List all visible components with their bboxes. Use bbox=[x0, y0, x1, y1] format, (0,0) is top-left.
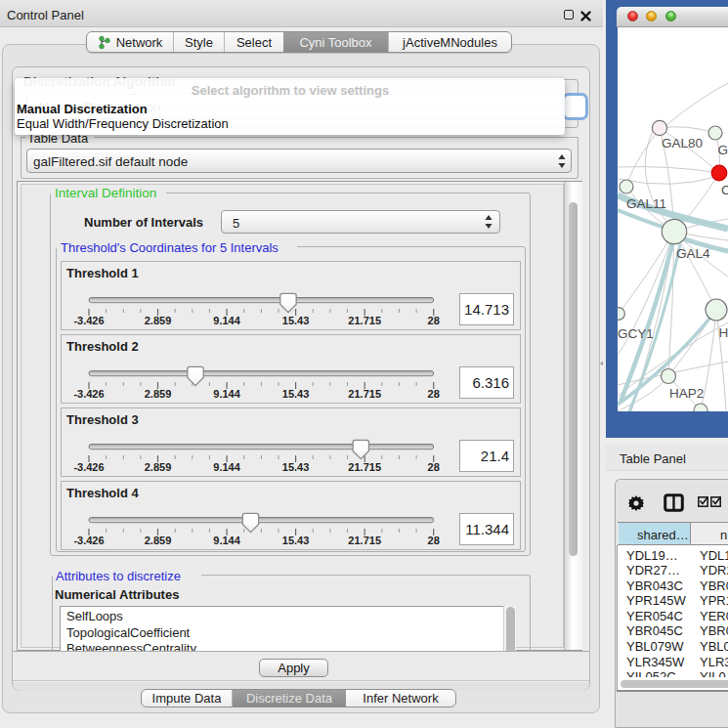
svg-text:GAL80: GAL80 bbox=[662, 136, 703, 150]
svg-text:28: 28 bbox=[428, 388, 440, 400]
svg-text:15.43: 15.43 bbox=[282, 388, 310, 400]
svg-text:CY: CY bbox=[721, 183, 728, 197]
svg-text:2.859: 2.859 bbox=[145, 315, 172, 326]
svg-text:HAP2: HAP2 bbox=[669, 386, 704, 401]
svg-text:2.859: 2.859 bbox=[145, 461, 172, 473]
svg-text:GAL4: GAL4 bbox=[676, 246, 710, 261]
svg-text:-3.426: -3.426 bbox=[73, 461, 104, 473]
svg-text:GA: GA bbox=[718, 143, 728, 157]
svg-text:15.43: 15.43 bbox=[282, 315, 310, 326]
svg-text:15.43: 15.43 bbox=[282, 535, 310, 546]
svg-text:-3.426: -3.426 bbox=[73, 315, 104, 326]
svg-text:-3.426: -3.426 bbox=[73, 388, 104, 400]
svg-text:15.43: 15.43 bbox=[282, 461, 310, 473]
svg-text:-3.426: -3.426 bbox=[73, 535, 104, 546]
svg-text:28: 28 bbox=[428, 315, 440, 326]
svg-text:21.715: 21.715 bbox=[348, 535, 381, 546]
svg-text:21.715: 21.715 bbox=[348, 315, 381, 326]
svg-text:9.144: 9.144 bbox=[213, 388, 240, 400]
svg-text:21.715: 21.715 bbox=[348, 388, 381, 400]
svg-text:2.859: 2.859 bbox=[145, 388, 172, 400]
svg-text:28: 28 bbox=[428, 535, 440, 546]
svg-text:21.715: 21.715 bbox=[348, 461, 381, 473]
svg-text:28: 28 bbox=[428, 461, 440, 473]
svg-text:2.859: 2.859 bbox=[145, 535, 172, 546]
svg-text:9.144: 9.144 bbox=[213, 461, 240, 473]
svg-text:GCY1: GCY1 bbox=[618, 326, 654, 341]
svg-text:HA: HA bbox=[719, 325, 728, 340]
svg-text:GAL11: GAL11 bbox=[626, 196, 666, 211]
svg-text:9.144: 9.144 bbox=[213, 315, 240, 326]
svg-text:9.144: 9.144 bbox=[213, 535, 240, 546]
